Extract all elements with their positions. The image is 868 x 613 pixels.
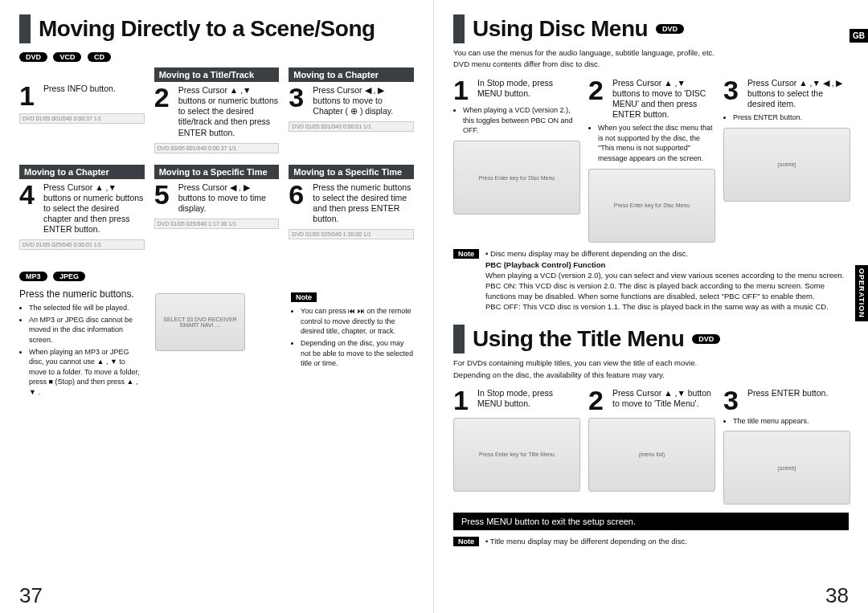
page-37: Moving Directly to a Scene/Song DVD VCD … [0, 0, 434, 613]
step-number: 6 [289, 182, 309, 207]
step-text: Press the numeric buttons to select the … [313, 182, 414, 225]
title-bar: Using the Title Menu DVD [453, 325, 849, 353]
step-bullet: The title menu appears. [723, 416, 849, 427]
step: 3 Press ENTER button. [723, 388, 849, 413]
cell-heading: Moving to a Specific Time [154, 165, 280, 179]
bullet: You can press ⏮ ⏭ on the remote control … [301, 306, 414, 337]
status-bar: DVD 01/05 025/040 1:30:00 1/1 [289, 229, 414, 239]
step-text: In Stop mode, press MENU button. [477, 388, 579, 409]
step-text: Press Cursor ▲ ,▼ ◀ , ▶ buttons to selec… [747, 78, 849, 109]
pill-cd: CD [88, 52, 111, 62]
disc-note-block: Note • Disc menu display may be differen… [453, 249, 849, 313]
lower-col-3: Note You can press ⏮ ⏭ on the remote con… [291, 288, 414, 400]
cell-heading: Moving to a Specific Time [289, 165, 414, 179]
disc-type-pills-2: MP3 JPEG [19, 268, 414, 282]
screenshot-disc-menu: Press Enter key for Disc Menu [453, 141, 580, 215]
pill-dvd: DVD [692, 334, 720, 344]
title-step-1: 1 In Stop mode, press MENU button. Press… [453, 388, 579, 505]
step-number: 3 [289, 85, 309, 110]
title-accent [453, 14, 465, 43]
screenshot-title-menu: Press Enter key for Title Menu [453, 418, 580, 492]
step-bullet: Press ENTER button. [723, 112, 849, 123]
bullet: When playing an MP3 or JPEG disc, you ca… [29, 347, 142, 398]
status-bar: DVD 03/05 001/040 0:00:37 1/1 [154, 143, 280, 153]
page-title: Moving Directly to a Scene/Song [39, 16, 375, 42]
note-label: Note [291, 292, 317, 302]
step-2: 2 Press Cursor ▲ ,▼ buttons or numeric b… [154, 85, 280, 138]
language-tab: GB [850, 29, 868, 43]
title-steps-row: 1 In Stop mode, press MENU button. Press… [453, 388, 849, 505]
note-heading: PBC (Playback Control) Function [485, 260, 605, 269]
exit-instruction: Press MENU button to exit the setup scre… [453, 513, 849, 530]
step-1: 1 Press INFO button. [19, 84, 145, 108]
title-accent [453, 325, 465, 353]
cell-heading: Moving to a Chapter [289, 67, 414, 82]
page-38: GB OPERATION Using Disc Menu DVD You can… [434, 0, 868, 613]
note-line: When playing a VCD (version 2.0), you ca… [485, 271, 849, 281]
lower-instruction: Press the numeric buttons. [19, 288, 142, 300]
note-line: PBC ON: This VCD disc is version 2.0. Th… [485, 281, 849, 302]
step-3: 3 Press Cursor ◀ , ▶ buttons to move to … [289, 85, 414, 116]
pill-dvd: DVD [19, 52, 47, 62]
step-text: Press Cursor ▲ ,▼ buttons to move to 'DI… [612, 78, 714, 121]
section-sub: For DVDs containing multiple titles, you… [453, 358, 849, 368]
pill-mp3: MP3 [19, 272, 47, 281]
section-title: Using Disc Menu [473, 16, 648, 42]
bullet: Depending on the disc, you may not be ab… [301, 338, 414, 369]
note-line: Title menu display may be different depe… [490, 537, 687, 546]
step-5-cell: Moving to a Specific Time 5 Press Cursor… [154, 165, 280, 251]
step-number: 5 [154, 182, 175, 207]
lower-bullets: The selected file will be played. An MP3… [19, 303, 142, 397]
step-1-cell: 1 Press INFO button. DVD 01/05 001/040 0… [19, 67, 145, 153]
step-number: 1 [453, 388, 474, 413]
bullet: The selected file will be played. [29, 303, 142, 313]
cell-heading: Moving to a Chapter [19, 165, 145, 179]
title-footnote: Note • Title menu display may be differe… [453, 537, 849, 547]
step-text: Press ENTER button. [747, 388, 828, 398]
section-sub: You can use the menus for the audio lang… [453, 48, 849, 58]
step-6-cell: Moving to a Specific Time 6 Press the nu… [289, 165, 414, 251]
step-number: 2 [588, 78, 609, 103]
disc-type-pills: DVD VCD CD [19, 48, 414, 63]
step: 1 In Stop mode, press MENU button. [453, 388, 579, 413]
step-text: In Stop mode, press MENU button. [477, 78, 579, 99]
bullet: The title menu appears. [733, 416, 849, 427]
lower-layout: Press the numeric buttons. The selected … [19, 288, 414, 400]
section-tab: OPERATION [855, 265, 868, 321]
title-bar: Using Disc Menu DVD [453, 14, 849, 43]
disc-steps-row: 1 In Stop mode, press MENU button. When … [453, 78, 849, 243]
step: 2 Press Cursor ▲ ,▼ button to move to 'T… [588, 388, 714, 413]
lower-col-1: Press the numeric buttons. The selected … [19, 288, 142, 400]
step-5: 5 Press Cursor ◀ , ▶ buttons to move to … [154, 182, 280, 214]
note-label: Note [453, 537, 479, 546]
step-text: Press Cursor ◀ , ▶ buttons to move to ti… [178, 182, 280, 214]
section-sub: DVD menu contents differ from disc to di… [453, 59, 849, 69]
step-2-cell: Moving to a Title/Track 2 Press Cursor ▲… [154, 67, 280, 153]
status-bar: DVD 01/05 025/040 0:00:01 1/1 [19, 239, 145, 250]
pill-vcd: VCD [53, 52, 81, 62]
status-bar: DVD 01/05 025/040 1:17:30 1/1 [154, 219, 280, 229]
disc-step-3: 3 Press Cursor ▲ ,▼ ◀ , ▶ buttons to sel… [723, 78, 849, 243]
step-number: 2 [154, 85, 175, 110]
cell-heading: Moving to a Title/Track [154, 67, 280, 82]
page-number: 38 [825, 583, 849, 608]
note-label: Note [453, 249, 479, 259]
step: 3 Press Cursor ▲ ,▼ ◀ , ▶ buttons to sel… [723, 78, 849, 109]
step-4-cell: Moving to a Chapter 4 Press Cursor ▲ ,▼ … [19, 165, 145, 251]
screenshot-menu-list: (menu list) [588, 418, 715, 492]
step-text: Press Cursor ◀ , ▶ buttons to move to Ch… [313, 85, 414, 116]
screenshot-file-list: SELECT 03 DVD RECEIVER SMART NAVI … [155, 293, 245, 351]
manual-spread: Moving Directly to a Scene/Song DVD VCD … [0, 0, 868, 613]
step-3-cell: Moving to a Chapter 3 Press Cursor ◀ , ▶… [289, 67, 414, 153]
screenshot-scene: (scene) [723, 128, 850, 202]
step-6: 6 Press the numeric buttons to select th… [289, 182, 414, 225]
step-bullet: When you select the disc menu that is no… [588, 123, 714, 163]
note-line: PBC OFF: This VCD disc is version 1.1. T… [485, 302, 849, 313]
step-text: Press Cursor ▲ ,▼ button to move to 'Tit… [612, 388, 714, 409]
title-step-3: 3 Press ENTER button. The title menu app… [723, 388, 849, 505]
pill-jpeg: JPEG [53, 272, 85, 281]
step-text: Press Cursor ▲ ,▼ buttons or numeric but… [43, 182, 145, 235]
bullet: Press ENTER button. [733, 112, 849, 123]
step: 1 In Stop mode, press MENU button. [453, 78, 579, 103]
page-number: 37 [19, 583, 43, 608]
